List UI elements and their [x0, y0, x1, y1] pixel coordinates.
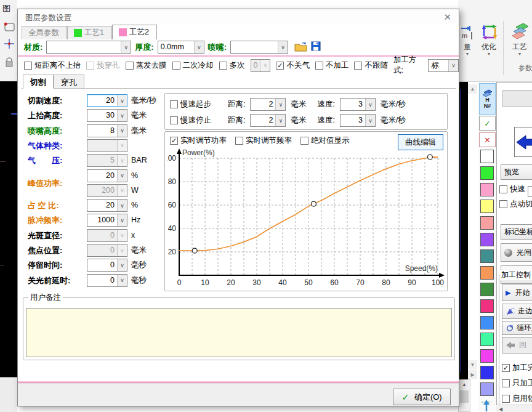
field-spinner[interactable]: 0∨ — [87, 259, 127, 272]
layer-swatch-15[interactable] — [480, 382, 494, 396]
field-spinner[interactable]: 20∨ — [87, 199, 127, 212]
shutter-button[interactable]: 光闸 — [501, 243, 532, 262]
slow-start-checkbox[interactable]: 慢速起步 — [170, 99, 223, 110]
tab-穿孔[interactable]: 穿孔 — [54, 75, 84, 89]
curve-control-point[interactable] — [311, 201, 316, 206]
trace-edge-button[interactable]: 走边 — [502, 304, 532, 319]
open-folder-icon[interactable] — [294, 41, 307, 54]
optimize-button[interactable]: 优化 ▾ — [477, 22, 501, 56]
curve-control-point[interactable] — [192, 248, 197, 253]
layer-scroll-down-icon[interactable]: ▼ — [468, 360, 477, 370]
option-checkbox-3[interactable]: 蒸发去膜 — [126, 60, 167, 71]
scroll-up-icon[interactable]: ▲ — [459, 380, 470, 389]
slow-stop-checkbox[interactable]: 慢速停止 — [170, 115, 223, 126]
speed-spinner[interactable]: 3∨ — [340, 114, 376, 127]
canvas-left[interactable] — [0, 81, 17, 377]
power-speed-chart[interactable]: 204060801000102030405060708090100Power(%… — [167, 148, 446, 289]
layer-swatch-4[interactable] — [480, 200, 494, 213]
tab-工艺1[interactable]: 工艺1 — [67, 26, 112, 39]
move-layer-up-icon[interactable] — [480, 399, 493, 412]
mark-coord-button[interactable]: 标记坐标 — [501, 224, 532, 240]
field-spinner[interactable]: 200∨ — [87, 184, 127, 197]
mode-select[interactable]: 标准∨ — [428, 59, 459, 72]
control-checkbox-3[interactable]: 启用软 — [502, 394, 532, 404]
control-checkbox-2[interactable]: 只加工 — [502, 378, 532, 389]
lock-tool-icon[interactable] — [2, 55, 16, 69]
tab-切割[interactable]: 切割 — [23, 75, 54, 89]
crosshair-tool-icon[interactable] — [2, 37, 16, 50]
preview-button[interactable]: 预览 — [501, 164, 532, 180]
control-checkbox-1[interactable]: ✓加工完成 — [502, 363, 532, 373]
realtime-checkbox-1[interactable]: ✓实时调节功率 — [170, 135, 227, 146]
process-button[interactable]: 工艺 ▾ — [506, 22, 532, 56]
option-checkbox-7[interactable]: 不加工 — [315, 60, 349, 71]
times-spinner[interactable]: 0∨ — [251, 59, 271, 72]
realtime-checkbox-2[interactable]: 实时调节频率 — [235, 135, 292, 146]
layer-swatch-12[interactable] — [480, 333, 494, 346]
layer-x-cell[interactable]: ✕ — [479, 132, 496, 147]
layer-swatch-6[interactable] — [480, 233, 494, 246]
layer-check-cell[interactable]: ✓ — [479, 116, 496, 131]
layer-swatch-11[interactable] — [480, 316, 494, 329]
ok-button[interactable]: ✓ 确定(O) — [393, 389, 451, 405]
option-checkbox-1[interactable]: 短距离不上抬 — [24, 60, 81, 71]
fast-value-input[interactable] — [528, 186, 532, 197]
tab-全局参数[interactable]: 全局参数 — [22, 26, 67, 39]
loop-machining-button[interactable]: 循环加 — [502, 321, 532, 335]
layer-swatch-13[interactable] — [480, 349, 494, 363]
nozzle-select[interactable]: ∨ — [230, 41, 288, 54]
distance-spinner[interactable]: 2∨ — [250, 98, 286, 111]
layer-swatch-7[interactable] — [480, 249, 494, 263]
layer-swatch-3[interactable] — [480, 183, 494, 196]
option-checkbox-8[interactable]: 不跟随 — [354, 60, 388, 71]
option-checkbox-6[interactable]: ✓不关气 — [276, 60, 310, 71]
save-icon[interactable] — [311, 41, 321, 53]
material-select[interactable]: ∨ — [46, 41, 131, 54]
field-spinner[interactable]: ∨ — [87, 139, 127, 152]
back-arrow-button[interactable] — [514, 127, 532, 157]
scroll-left-icon[interactable]: ◀ — [496, 405, 505, 412]
field-spinner[interactable]: 20∨ — [87, 94, 127, 107]
field-spinner[interactable]: 5∨ — [87, 154, 127, 167]
thickness-select[interactable]: 0.0mm∨ — [158, 41, 204, 54]
distance-spinner[interactable]: 2∨ — [250, 114, 286, 127]
layer-swatch-10[interactable] — [480, 299, 494, 313]
option-checkbox-4[interactable]: 二次冷却 — [172, 60, 214, 71]
option-checkbox-2[interactable]: 预穿孔 — [86, 60, 120, 71]
layer-scroll-right-icon[interactable]: ▶ — [468, 370, 477, 379]
layer-swatch-1[interactable] — [480, 150, 494, 163]
return-button[interactable]: 回 — [502, 337, 532, 353]
field-spinner[interactable]: 8∨ — [87, 124, 127, 137]
ribbon-tab-partial[interactable]: 图 — [2, 3, 10, 14]
close-icon[interactable]: ✕ — [443, 12, 451, 23]
capture-tool-icon[interactable]: ✱ — [2, 20, 16, 33]
field-spinner[interactable]: 1000∨ — [87, 214, 127, 227]
canvas-right[interactable] — [458, 82, 468, 379]
option-checkbox-5[interactable]: 多次 — [219, 60, 245, 71]
jog-cut-checkbox[interactable]: 点动切割 — [499, 199, 532, 209]
scrollbar-thumb[interactable] — [460, 390, 469, 403]
realtime-checkbox-3[interactable]: 绝对值显示 — [300, 135, 350, 146]
field-spinner[interactable]: 20∨ — [87, 169, 127, 182]
layer-swatch-14[interactable] — [480, 366, 494, 379]
field-spinner[interactable]: 0∨ — [87, 244, 127, 257]
layer-swatch-2[interactable] — [480, 166, 494, 180]
vertical-scrollbar[interactable]: ▲ — [458, 379, 470, 412]
layer-swatch-8[interactable] — [480, 266, 494, 280]
layer-scroll-up-icon[interactable]: ▲ — [468, 84, 477, 94]
horizontal-scrollbar[interactable]: ◀ — [496, 405, 532, 412]
speed-spinner[interactable]: 3∨ — [340, 98, 376, 111]
layer-header-cell[interactable]: HN# — [479, 83, 496, 115]
remarks-textarea[interactable] — [26, 308, 452, 357]
field-spinner[interactable]: 0∨ — [87, 274, 127, 287]
curve-control-point[interactable] — [427, 155, 432, 160]
layer-swatch-5[interactable] — [480, 216, 494, 230]
field-spinner[interactable]: 0∨ — [87, 229, 127, 242]
measure-button[interactable]: m 量 ▾ — [458, 22, 477, 56]
tab-工艺2[interactable]: 工艺2 — [112, 25, 157, 39]
layer-swatch-9[interactable] — [480, 283, 494, 296]
dialog-titlebar[interactable]: 图层参数设置 ✕ — [18, 9, 459, 25]
fast-checkbox[interactable]: 快速 — [499, 184, 525, 195]
start-button[interactable]: ▶开始 — [502, 285, 532, 301]
field-spinner[interactable]: 30∨ — [87, 109, 127, 122]
